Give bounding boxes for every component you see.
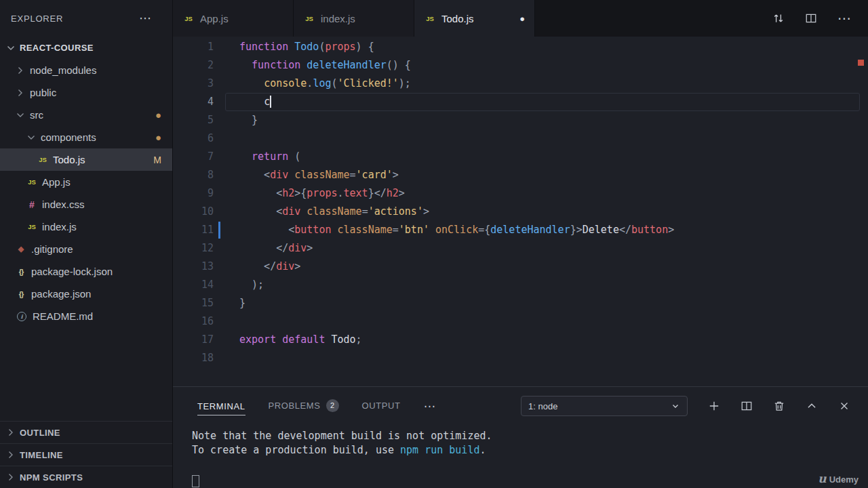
tree-item-package-lock-json[interactable]: {}package-lock.json: [0, 260, 172, 283]
git-change-indicator: [218, 222, 220, 239]
panel-more-icon[interactable]: ⋯: [424, 399, 435, 413]
tree-item-gitignore[interactable]: ◆.gitignore: [0, 238, 172, 260]
panel-tab-terminal[interactable]: TERMINAL: [197, 401, 245, 415]
line-number: 18: [173, 349, 214, 367]
close-panel-icon[interactable]: [838, 400, 850, 412]
code-line-4[interactable]: 4 c: [173, 93, 868, 111]
section-npm-scripts[interactable]: NPM SCRIPTS: [0, 466, 172, 488]
code-line-3[interactable]: 3 console.log('Clicked!');: [173, 75, 868, 93]
tree-item-src[interactable]: src●: [0, 104, 172, 126]
tree-item-index-css[interactable]: #index.css: [0, 193, 172, 216]
tree-item-label: public: [30, 87, 56, 98]
new-terminal-icon[interactable]: [708, 400, 720, 412]
line-number: 10: [173, 203, 214, 221]
tree-item-label: .gitignore: [31, 243, 73, 255]
line-number: 14: [173, 276, 214, 294]
tree-item-label: package.json: [31, 288, 91, 300]
section-outline[interactable]: OUTLINE: [0, 421, 172, 443]
kill-terminal-icon[interactable]: [773, 400, 785, 412]
code-line-13[interactable]: 13 </div>: [173, 258, 868, 276]
js-file-icon: JS: [37, 156, 49, 163]
terminal-cursor: [192, 475, 199, 487]
line-number: 2: [173, 56, 214, 75]
root-folder-row[interactable]: REACT-COURSE: [0, 37, 172, 59]
tree-item-label: README.md: [33, 310, 93, 322]
tree-item-package-json[interactable]: {}package.json: [0, 283, 172, 305]
section-timeline[interactable]: TIMELINE: [0, 443, 172, 466]
terminal-session-picker[interactable]: 1: node: [521, 396, 688, 416]
line-number: 16: [173, 312, 214, 331]
code-line-18[interactable]: 18: [173, 349, 868, 367]
panel-tab-label: TERMINAL: [197, 401, 245, 411]
info-file-icon: i: [17, 312, 26, 321]
modified-dot-badge: ●: [155, 109, 161, 121]
line-number: 4: [173, 93, 214, 111]
code-line-11[interactable]: 11 <button className='btn' onClick={dele…: [173, 221, 868, 239]
code-editor[interactable]: 1function Todo(props) {2 function delete…: [173, 37, 868, 386]
tree-item-node-modules[interactable]: node_modules: [0, 59, 172, 81]
code-line-12[interactable]: 12 </div>: [173, 239, 868, 258]
section-label: OUTLINE: [20, 428, 60, 438]
overview-ruler-marker: [858, 60, 864, 66]
panel-tab-label: PROBLEMS: [269, 401, 321, 411]
split-editor-icon[interactable]: [805, 12, 817, 24]
terminal-actions: 1: node: [521, 396, 850, 416]
terminal-header: TERMINALPROBLEMS2OUTPUT ⋯ 1: node: [173, 387, 868, 425]
line-number: 17: [173, 331, 214, 349]
editor-tab-todo-js[interactable]: JSTodo.js●: [414, 0, 535, 37]
json-file-icon: {}: [15, 290, 27, 298]
line-number: 15: [173, 294, 214, 312]
code-line-16[interactable]: 16: [173, 312, 868, 331]
editor-tab-index-js[interactable]: JSindex.js: [294, 0, 414, 37]
chevron-down-icon: [5, 43, 16, 54]
tree-item-label: Todo.js: [53, 154, 85, 165]
unsaved-changes-dot[interactable]: ●: [519, 14, 525, 24]
line-number: 9: [173, 184, 214, 203]
tree-item-public[interactable]: public: [0, 81, 172, 104]
panel-tab-output[interactable]: OUTPUT: [362, 401, 401, 412]
code-line-8[interactable]: 8 <div className='card'>: [173, 166, 868, 184]
explorer-more-icon[interactable]: ⋯: [139, 11, 152, 26]
code-line-14[interactable]: 14 );: [173, 276, 868, 294]
panel-tab-problems[interactable]: PROBLEMS2: [269, 399, 339, 413]
open-changes-icon[interactable]: [772, 12, 785, 24]
code-line-15[interactable]: 15}: [173, 294, 868, 312]
editor-more-actions-icon[interactable]: ⋯: [837, 10, 852, 26]
chevron-down-icon: [26, 132, 37, 143]
problems-count-badge: 2: [326, 399, 339, 412]
explorer-header: EXPLORER ⋯: [0, 0, 172, 37]
explorer-sidebar: EXPLORER ⋯ REACT-COURSE node_modulespubl…: [0, 0, 173, 488]
tree-item-readme-md[interactable]: iREADME.md: [0, 305, 172, 327]
tree-item-components[interactable]: components●: [0, 126, 172, 148]
section-label: TIMELINE: [20, 450, 63, 460]
sidebar-bottom-sections: OUTLINETIMELINENPM SCRIPTS: [0, 421, 172, 488]
tab-label: index.js: [321, 13, 355, 24]
terminal-output[interactable]: Note that the development build is not o…: [173, 425, 868, 458]
tree-item-label: components: [41, 131, 96, 143]
editor-tab-bar: JSApp.jsJSindex.jsJSTodo.js● ⋯: [173, 0, 868, 37]
git-modified-badge: M: [153, 155, 161, 165]
udemy-watermark: u Udemy: [818, 472, 859, 485]
tree-item-todo-js[interactable]: JSTodo.jsM: [0, 148, 172, 171]
code-line-6[interactable]: 6: [173, 129, 868, 148]
js-file-icon: JS: [424, 15, 436, 22]
terminal-line: Note that the development build is not o…: [192, 429, 868, 443]
code-line-9[interactable]: 9 <h2>{props.text}</h2>: [173, 184, 868, 203]
tree-item-app-js[interactable]: JSApp.js: [0, 171, 172, 193]
terminal-session-value: 1: node: [528, 401, 557, 411]
code-line-17[interactable]: 17export default Todo;: [173, 331, 868, 349]
code-line-10[interactable]: 10 <div className='actions'>: [173, 203, 868, 221]
vscode-window: EXPLORER ⋯ REACT-COURSE node_modulespubl…: [0, 0, 868, 488]
explorer-title: EXPLORER: [11, 14, 63, 24]
code-lines: 1function Todo(props) {2 function delete…: [173, 38, 868, 367]
line-number: 3: [173, 75, 214, 93]
line-number: 11: [173, 221, 214, 239]
tree-item-index-js[interactable]: JSindex.js: [0, 216, 172, 238]
code-line-1[interactable]: 1function Todo(props) {: [173, 38, 868, 56]
split-terminal-icon[interactable]: [741, 400, 753, 412]
code-line-7[interactable]: 7 return (: [173, 148, 868, 166]
maximize-panel-icon[interactable]: [806, 400, 818, 412]
code-line-2[interactable]: 2 function deleteHandler() {: [173, 56, 868, 75]
editor-tab-app-js[interactable]: JSApp.js: [173, 0, 294, 37]
code-line-5[interactable]: 5 }: [173, 111, 868, 129]
